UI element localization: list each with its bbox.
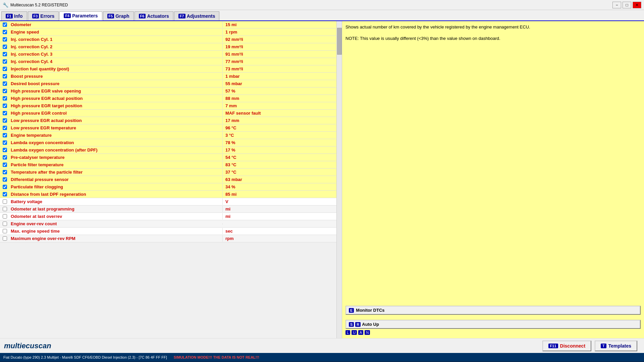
table-row: Desired boost pressure55 mbar xyxy=(0,80,336,87)
simulation-warning: SIMULATION MODE!!! THE DATA IS NOT REAL!… xyxy=(174,355,259,359)
param-checkbox-10[interactable] xyxy=(0,96,9,101)
scrollbar[interactable] xyxy=(336,21,342,338)
param-value-18: 54 °C xyxy=(222,154,336,161)
param-name-16: Lambda oxygen concentration xyxy=(9,139,222,146)
tab-info[interactable]: F1 Info xyxy=(1,11,27,20)
param-name-13: Low pressure EGR actual position xyxy=(9,117,222,124)
param-checkbox-21[interactable] xyxy=(0,177,9,182)
minimize-button[interactable]: − xyxy=(612,2,621,8)
tab-errors-label: Errors xyxy=(40,13,54,19)
param-checkbox-7[interactable] xyxy=(0,74,9,78)
param-checkbox-15[interactable] xyxy=(0,133,9,137)
param-name-25: Odometer at last programming xyxy=(9,206,222,212)
tab-info-label: Info xyxy=(14,13,23,19)
param-checkbox-29[interactable] xyxy=(0,236,9,241)
tab-actuators[interactable]: F6 Actuators xyxy=(135,11,173,20)
table-row: Maximum engine over-rev RPMrpm xyxy=(0,235,336,242)
param-checkbox-24[interactable] xyxy=(0,199,9,204)
param-checkbox-26[interactable] xyxy=(0,214,9,219)
param-name-5: Inj. correction Cyl. 4 xyxy=(9,58,222,65)
auto-up-label: Auto Up xyxy=(362,322,379,327)
info-text-1: Shows actual number of km covered by the… xyxy=(345,24,641,29)
tab-graph[interactable]: F5 Graph xyxy=(103,11,134,20)
param-value-14: 96 °C xyxy=(222,125,336,131)
templates-key: T xyxy=(601,344,606,348)
info-panel: Shows actual number of km covered by the… xyxy=(342,21,644,338)
param-value-15: 3 °C xyxy=(222,132,336,138)
table-row: Inj. correction Cyl. 192 mm³/i xyxy=(0,36,336,43)
tab-adjustments[interactable]: F7 Adjustments xyxy=(174,11,220,20)
table-row: Particulate filter clogging34 % xyxy=(0,183,336,191)
param-checkbox-18[interactable] xyxy=(0,155,9,160)
param-checkbox-11[interactable] xyxy=(0,104,9,108)
param-value-13: 17 mm xyxy=(222,117,336,124)
param-checkbox-20[interactable] xyxy=(0,170,9,174)
r-key: R xyxy=(355,322,361,327)
param-checkbox-1[interactable] xyxy=(0,30,9,34)
param-name-1: Engine speed xyxy=(9,29,222,35)
tab-adjustments-label: Adjustments xyxy=(187,13,215,19)
monitor-dtcs-key: E xyxy=(349,308,354,313)
table-row: Odometer15 mi xyxy=(0,21,336,28)
main-content: Odometer15 miEngine speed1 rpmInj. corre… xyxy=(0,21,644,338)
param-value-22: 34 % xyxy=(222,184,336,190)
param-checkbox-6[interactable] xyxy=(0,67,9,71)
tab-adjustments-key: F7 xyxy=(178,14,185,18)
templates-label: Templates xyxy=(608,343,631,349)
param-checkbox-22[interactable] xyxy=(0,185,9,189)
param-checkbox-14[interactable] xyxy=(0,126,9,130)
param-checkbox-8[interactable] xyxy=(0,81,9,86)
param-value-9: 57 % xyxy=(222,88,336,94)
param-checkbox-0[interactable] xyxy=(0,22,9,27)
bottom-bar: multiecuscan F11 Disconnect T Templates xyxy=(0,338,644,353)
param-value-19: 83 °C xyxy=(222,162,336,168)
tab-parameters[interactable]: F4 Parameters xyxy=(59,11,102,20)
l-key: L xyxy=(345,330,350,335)
param-checkbox-4[interactable] xyxy=(0,52,9,56)
close-button[interactable]: ✕ xyxy=(633,2,641,8)
param-name-2: Inj. correction Cyl. 1 xyxy=(9,36,222,43)
tab-actuators-label: Actuators xyxy=(147,13,169,19)
param-value-5: 77 mm³/i xyxy=(222,58,336,65)
table-row: Engine speed1 rpm xyxy=(0,28,336,36)
param-checkbox-27[interactable] xyxy=(0,222,9,226)
table-row: High pressure EGR controlMAF sensor faul… xyxy=(0,110,336,117)
param-checkbox-5[interactable] xyxy=(0,59,9,64)
tab-graph-key: F5 xyxy=(107,14,114,18)
param-value-20: 37 °C xyxy=(222,169,336,175)
table-row: Battery voltageV xyxy=(0,198,336,205)
disconnect-button[interactable]: F11 Disconnect xyxy=(542,341,591,351)
param-value-12: MAF sensor fault xyxy=(222,110,336,116)
param-value-24: V xyxy=(222,198,336,205)
param-checkbox-9[interactable] xyxy=(0,89,9,93)
param-checkbox-23[interactable] xyxy=(0,192,9,196)
templates-button[interactable]: T Templates xyxy=(595,341,637,351)
param-value-10: 88 mm xyxy=(222,95,336,102)
scrollbar-thumb[interactable] xyxy=(337,28,342,55)
param-checkbox-12[interactable] xyxy=(0,111,9,115)
n-key: N xyxy=(365,330,370,335)
param-checkbox-3[interactable] xyxy=(0,45,9,49)
param-checkbox-2[interactable] xyxy=(0,37,9,42)
param-value-1: 1 rpm xyxy=(222,29,336,35)
tab-errors[interactable]: F3 Errors xyxy=(28,11,59,20)
params-container: Odometer15 miEngine speed1 rpmInj. corre… xyxy=(0,21,342,338)
param-value-3: 19 mm³/i xyxy=(222,44,336,50)
param-checkbox-19[interactable] xyxy=(0,163,9,167)
param-checkbox-25[interactable] xyxy=(0,207,9,211)
param-checkbox-16[interactable] xyxy=(0,140,9,145)
param-checkbox-13[interactable] xyxy=(0,118,9,123)
param-checkbox-17[interactable] xyxy=(0,148,9,152)
table-row: Max. engine speed timesec xyxy=(0,228,336,235)
restore-button[interactable]: □ xyxy=(623,2,631,8)
param-checkbox-28[interactable] xyxy=(0,229,9,233)
monitor-dtcs-button[interactable]: E Monitor DTCs xyxy=(345,306,641,315)
param-name-24: Battery voltage xyxy=(9,198,222,205)
key-row: L U A N xyxy=(345,330,641,335)
table-row: Inj. correction Cyl. 477 mm³/i xyxy=(0,58,336,65)
tab-bar: F1 Info F3 Errors F4 Parameters F5 Graph… xyxy=(0,10,644,21)
table-row: Temperature after the particle filter37 … xyxy=(0,169,336,176)
a-key: A xyxy=(358,330,363,335)
params-list[interactable]: Odometer15 miEngine speed1 rpmInj. corre… xyxy=(0,21,336,338)
auto-up-button[interactable]: S R Auto Up xyxy=(345,320,641,329)
